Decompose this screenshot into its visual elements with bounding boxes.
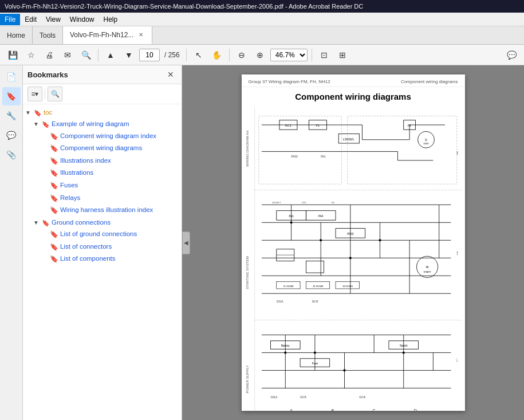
svg-text:Battery: Battery bbox=[281, 344, 289, 347]
svg-text:D: D bbox=[413, 408, 416, 411]
connectors-icon: 🔖 bbox=[50, 242, 58, 252]
print-button[interactable]: 🖨 bbox=[41, 47, 57, 63]
rail-comment-button[interactable]: 💬 bbox=[2, 126, 21, 144]
bm-item-cwd-index[interactable]: ▶ 🔖 Component wiring diagram index bbox=[23, 130, 182, 143]
rail-tools-button[interactable]: 🔧 bbox=[2, 107, 21, 125]
fuses-label[interactable]: Fuses bbox=[60, 180, 179, 190]
bm-item-wiring-harness[interactable]: ▶ 🔖 Wiring harness illustration index bbox=[23, 204, 182, 217]
bookmark-tree: ▼ 🔖 toc ▼ 🔖 Example of wiring diagram ▶ … bbox=[23, 104, 182, 420]
svg-text:G: G bbox=[424, 138, 427, 142]
pdf-area[interactable]: ◀ Group 37 Wiring diagram FM, FH, NH12 C… bbox=[182, 65, 524, 420]
next-page-button[interactable]: ▼ bbox=[121, 47, 137, 63]
tab-pdf-close[interactable]: ✕ bbox=[137, 31, 145, 38]
save-button[interactable]: 💾 bbox=[5, 47, 21, 63]
bm-item-illustrations-index[interactable]: ▶ 🔖 Illustrations index bbox=[23, 155, 182, 167]
bookmarks-search-button[interactable]: 🔍 bbox=[48, 87, 62, 101]
bm-item-ground-folder[interactable]: ▼ 🔖 Ground connections bbox=[23, 217, 182, 228]
ill-index-icon: 🔖 bbox=[50, 156, 58, 166]
icon-rail: 📄 🔖 🔧 💬 📎 bbox=[0, 65, 23, 420]
svg-point-60 bbox=[320, 239, 322, 241]
rail-attach-button[interactable]: 📎 bbox=[2, 146, 21, 164]
svg-point-61 bbox=[349, 257, 351, 259]
zoom-out-button[interactable]: ⊖ bbox=[234, 47, 250, 63]
ground-toggle[interactable]: ▼ bbox=[33, 218, 41, 226]
bm-item-illustrations[interactable]: ▶ 🔖 Illustrations bbox=[23, 167, 182, 179]
menu-file[interactable]: File bbox=[0, 14, 20, 25]
svg-point-90 bbox=[343, 369, 345, 371]
fit-button[interactable]: ⊡ bbox=[316, 47, 332, 63]
sep-2 bbox=[186, 49, 187, 61]
bm-item-example-folder[interactable]: ▼ 🔖 Example of wiring diagram bbox=[23, 118, 182, 129]
bm-item-connectors[interactable]: ▶ 🔖 List of connectors bbox=[23, 241, 182, 253]
svg-text:F1: F1 bbox=[316, 124, 320, 127]
menu-window[interactable]: Window bbox=[65, 14, 99, 25]
main-area: 📄 🔖 🔧 💬 📎 Bookmarks ✕ ≡▾ 🔍 ▼ 🔖 toc ▼ bbox=[0, 65, 524, 420]
select-tool-button[interactable]: ↖ bbox=[191, 47, 207, 63]
connectors-label[interactable]: List of connectors bbox=[60, 242, 179, 251]
toc-label[interactable]: toc bbox=[44, 108, 179, 117]
menu-view[interactable]: View bbox=[41, 14, 65, 25]
page-number-input[interactable] bbox=[139, 49, 160, 61]
zoom-select[interactable]: 46.7% 50% 75% 100% bbox=[270, 49, 308, 61]
bm-item-toc[interactable]: ▼ 🔖 toc bbox=[23, 107, 182, 118]
rail-page-button[interactable]: 📄 bbox=[2, 68, 21, 86]
svg-text:PA1: PA1 bbox=[289, 215, 294, 218]
sep-4 bbox=[312, 49, 312, 61]
svg-text:PA53: PA53 bbox=[347, 233, 353, 235]
pdf-page-header: Group 37 Wiring diagram FM, FH, NH12 Com… bbox=[242, 74, 465, 87]
ill-label[interactable]: Illustrations bbox=[60, 168, 179, 177]
example-toggle[interactable]: ▼ bbox=[33, 119, 41, 128]
pdf-header-left: Group 37 Wiring diagram FM, FH, NH12 bbox=[249, 79, 330, 84]
menu-help[interactable]: Help bbox=[99, 14, 123, 25]
tab-pdf-label: Volvo-Fm-Fh-Nh12... bbox=[70, 31, 133, 39]
components-label[interactable]: List of components bbox=[60, 254, 179, 263]
bm-item-ground-list[interactable]: ▶ 🔖 List of ground connections bbox=[23, 228, 182, 241]
ground-label[interactable]: Ground connections bbox=[52, 218, 179, 227]
hand-tool-button[interactable]: ✋ bbox=[209, 47, 225, 63]
svg-text:N1: N1 bbox=[331, 201, 334, 204]
svg-point-62 bbox=[379, 239, 381, 241]
cwd-label[interactable]: Component wiring diagrams bbox=[60, 143, 179, 152]
favorite-button[interactable]: ☆ bbox=[23, 47, 39, 63]
bm-item-cwd[interactable]: ▶ 🔖 Component wiring diagrams bbox=[23, 142, 182, 155]
layout-button[interactable]: ⊞ bbox=[334, 47, 350, 63]
pdf-header-right: Component wiring diagrams bbox=[401, 79, 458, 84]
cwd-icon: 🔖 bbox=[50, 143, 58, 154]
svg-text:Switch: Switch bbox=[399, 344, 407, 347]
relays-label[interactable]: Relays bbox=[60, 193, 179, 202]
ground-list-icon: 🔖 bbox=[50, 229, 58, 240]
ground-list-label[interactable]: List of ground connections bbox=[60, 229, 179, 238]
bm-item-fuses[interactable]: ▶ 🔖 Fuses bbox=[23, 179, 182, 192]
svg-text:N15: N15 bbox=[302, 201, 306, 204]
tab-pdf[interactable]: Volvo-Fm-Fh-Nh12... ✕ bbox=[63, 26, 152, 44]
tab-home[interactable]: Home bbox=[0, 26, 33, 44]
fuses-icon: 🔖 bbox=[50, 180, 58, 191]
bookmarks-options-button[interactable]: ≡▾ bbox=[27, 87, 42, 101]
svg-text:GEN: GEN bbox=[423, 142, 428, 145]
svg-text:G0 B: G0 B bbox=[359, 396, 365, 399]
ill-index-label[interactable]: Illustrations index bbox=[60, 156, 179, 165]
prev-page-button[interactable]: ▲ bbox=[103, 47, 119, 63]
email-button[interactable]: ✉ bbox=[60, 47, 76, 63]
svg-text:C: C bbox=[372, 408, 375, 411]
search-button[interactable]: 🔍 bbox=[78, 47, 94, 63]
bm-item-components[interactable]: ▶ 🔖 List of components bbox=[23, 253, 182, 265]
tab-tools[interactable]: Tools bbox=[33, 26, 63, 44]
rail-bookmark-button[interactable]: 🔖 bbox=[2, 87, 21, 105]
comment-button[interactable]: 💬 bbox=[503, 47, 519, 63]
collapse-panel-button[interactable]: ◀ bbox=[182, 231, 190, 254]
bm-item-relays[interactable]: ▶ 🔖 Relays bbox=[23, 192, 182, 205]
sep-3 bbox=[229, 49, 230, 61]
example-label[interactable]: Example of wiring diagram bbox=[52, 119, 179, 128]
bookmarks-close-button[interactable]: ✕ bbox=[164, 69, 177, 80]
svg-text:Fuse: Fuse bbox=[312, 362, 318, 365]
relays-icon: 🔖 bbox=[50, 193, 58, 203]
bookmarks-panel: Bookmarks ✕ ≡▾ 🔍 ▼ 🔖 toc ▼ 🔖 Example of … bbox=[23, 65, 182, 420]
cwd-index-label[interactable]: Component wiring diagram index bbox=[60, 131, 179, 140]
toc-toggle[interactable]: ▼ bbox=[25, 108, 33, 116]
svg-text:PA53: PA53 bbox=[291, 155, 297, 158]
ground-folder-icon: 🔖 bbox=[42, 218, 50, 227]
zoom-in-button[interactable]: ⊕ bbox=[252, 47, 268, 63]
menu-edit[interactable]: Edit bbox=[20, 14, 41, 25]
wh-label[interactable]: Wiring harness illustration index bbox=[60, 205, 179, 214]
